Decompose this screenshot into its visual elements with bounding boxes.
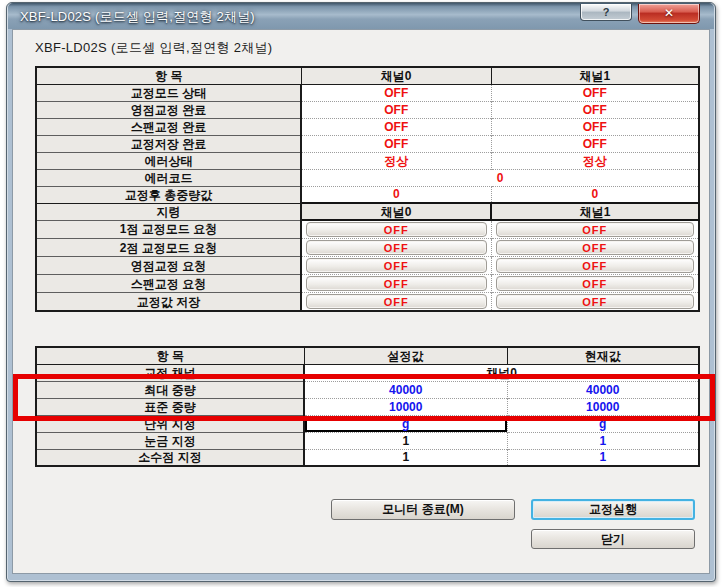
ch0-status-value: OFF: [301, 101, 491, 118]
row-label: 2점 교정모드 요청: [36, 239, 301, 257]
row-label: 최대 중량: [36, 381, 304, 398]
max-weight-setting[interactable]: 40000: [304, 381, 507, 398]
group-box-title: XBF-LD02S (로드셀 입력,절연형 2채널): [35, 39, 273, 57]
row-label: 교정후 총중량값: [36, 186, 301, 203]
table-row: 교정저장 완료 OFF OFF: [36, 135, 699, 152]
ch0-status-value: 정상: [301, 152, 491, 169]
window-title: XBF-LD02S (로드셀 입력,절연형 2채널): [20, 8, 255, 26]
table-row: 표준 중량 10000 10000: [36, 398, 699, 415]
table-row: 교정값 저장 OFF OFF: [36, 293, 699, 312]
ch1-total-weight-value: 0: [491, 186, 699, 203]
status-header-row: 항 목 채널0 채널1: [36, 67, 699, 84]
ch1-status-value: OFF: [491, 101, 699, 118]
row-label: 1점 교정모드 요청: [36, 220, 301, 239]
monitor-stop-button[interactable]: 모니터 종료(M): [331, 499, 515, 520]
column-header-setting: 설정값: [304, 347, 507, 364]
table-row: 최대 중량 40000 40000: [36, 381, 699, 398]
command-header-row: 지령 채널0 채널1: [36, 203, 699, 220]
table-row: 스팬교정 완료 OFF OFF: [36, 118, 699, 135]
scale-current: 1: [507, 432, 699, 449]
dialog-client-area: XBF-LD02S (로드셀 입력,절연형 2채널) 항 목 채널0 채널1 교…: [12, 29, 710, 574]
command-ch1-header: 채널1: [491, 203, 699, 220]
row-label: 교정저장 완료: [36, 135, 301, 152]
table-row: 영점교정 완료 OFF OFF: [36, 101, 699, 118]
row-label: 에러코드: [36, 169, 301, 186]
ch1-cal-mode2-request-button[interactable]: OFF: [496, 240, 695, 255]
row-label: 에러상태: [36, 152, 301, 169]
column-header-item: 항 목: [36, 347, 304, 364]
decimal-point-setting[interactable]: 1: [304, 449, 507, 466]
row-label: 스팬교정 요청: [36, 275, 301, 293]
command-ch0-header: 채널0: [301, 203, 491, 220]
command-section-label: 지령: [36, 203, 301, 220]
column-header-item: 항 목: [36, 67, 301, 84]
table-row: 교정 채널 채널0: [36, 364, 699, 381]
table-row: 교정후 총중량값 0 0: [36, 186, 699, 203]
table-row: 1점 교정모드 요청 OFF OFF: [36, 220, 699, 239]
close-button[interactable]: 닫기: [531, 529, 695, 549]
scale-setting[interactable]: 1: [304, 432, 507, 449]
table-row: 단위 지정 g g: [36, 415, 699, 432]
ch1-zero-cal-request-button[interactable]: OFF: [496, 258, 695, 273]
table-row: 소수점 지정 1 1: [36, 449, 699, 466]
status-table: 항 목 채널0 채널1 교정모드 상태 OFF OFF 영점교정 완료 OFF …: [35, 66, 700, 312]
column-header-current: 현재값: [507, 347, 699, 364]
unit-setting[interactable]: g: [304, 415, 507, 432]
ch0-status-value: OFF: [301, 135, 491, 152]
ch0-total-weight-value: 0: [301, 186, 491, 203]
row-label: 영점교정 완료: [36, 101, 301, 118]
ch1-span-cal-request-button[interactable]: OFF: [496, 276, 695, 291]
ch0-status-value: OFF: [301, 84, 491, 101]
ch1-status-value: OFF: [491, 135, 699, 152]
max-weight-current: 40000: [507, 381, 699, 398]
standard-weight-current: 10000: [507, 398, 699, 415]
title-bar[interactable]: XBF-LD02S (로드셀 입력,절연형 2채널) ? ✕: [8, 3, 714, 29]
ch0-span-cal-request-button[interactable]: OFF: [306, 276, 487, 291]
calibration-channel-value: 채널0: [304, 364, 699, 381]
table-row: 스팬교정 요청 OFF OFF: [36, 275, 699, 293]
row-label: 눈금 지정: [36, 432, 304, 449]
table-row: 에러상태 정상 정상: [36, 152, 699, 169]
column-header-ch1: 채널1: [491, 67, 699, 84]
row-label: 스팬교정 완료: [36, 118, 301, 135]
error-code-value: 0: [301, 169, 699, 186]
row-label: 단위 지정: [36, 415, 304, 432]
ch0-cal-mode2-request-button[interactable]: OFF: [306, 240, 487, 255]
ch1-status-value: 정상: [491, 152, 699, 169]
table-row: 눈금 지정 1 1: [36, 432, 699, 449]
decimal-point-current: 1: [507, 449, 699, 466]
row-label: 표준 중량: [36, 398, 304, 415]
standard-weight-setting[interactable]: 10000: [304, 398, 507, 415]
table-row: 영점교정 요청 OFF OFF: [36, 257, 699, 275]
close-window-button[interactable]: ✕: [638, 4, 700, 24]
settings-header-row: 항 목 설정값 현재값: [36, 347, 699, 364]
column-header-ch0: 채널0: [301, 67, 491, 84]
help-button[interactable]: ?: [580, 4, 632, 21]
row-label: 영점교정 요청: [36, 257, 301, 275]
table-row: 교정모드 상태 OFF OFF: [36, 84, 699, 101]
ch1-save-cal-value-button[interactable]: OFF: [496, 294, 695, 309]
table-row: 2점 교정모드 요청 OFF OFF: [36, 239, 699, 257]
ch1-cal-mode1-request-button[interactable]: OFF: [496, 222, 695, 237]
settings-table: 항 목 설정값 현재값 교정 채널 채널0 최대 중량 40000 40000 …: [35, 346, 700, 467]
calibration-run-button[interactable]: 교정실행: [531, 499, 695, 520]
row-label: 교정모드 상태: [36, 84, 301, 101]
ch0-status-value: OFF: [301, 118, 491, 135]
row-label: 소수점 지정: [36, 449, 304, 466]
table-row: 에러코드 0: [36, 169, 699, 186]
ch1-status-value: OFF: [491, 118, 699, 135]
row-label: 교정값 저장: [36, 293, 301, 312]
unit-current: g: [507, 415, 699, 432]
ch0-zero-cal-request-button[interactable]: OFF: [306, 258, 487, 273]
ch1-status-value: OFF: [491, 84, 699, 101]
ch0-cal-mode1-request-button[interactable]: OFF: [306, 222, 487, 237]
dialog-window: XBF-LD02S (로드셀 입력,절연형 2채널) ? ✕ XBF-LD02S…: [6, 2, 716, 582]
ch0-save-cal-value-button[interactable]: OFF: [306, 294, 487, 309]
row-label: 교정 채널: [36, 364, 304, 381]
